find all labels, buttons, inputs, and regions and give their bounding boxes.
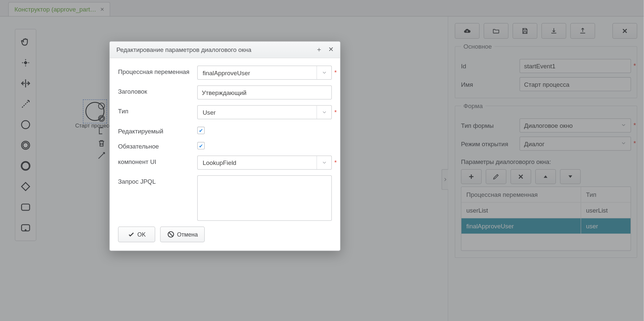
modal-header[interactable]: Редактирование параметров диалогового ок…	[110, 42, 340, 58]
required-marker: *	[334, 108, 337, 115]
ui-component-select[interactable]: LookupField	[197, 156, 332, 170]
editable-label: Редактируемый	[118, 125, 192, 135]
header-label: Заголовок	[118, 85, 192, 95]
ui-component-label: компонент UI	[118, 156, 192, 165]
ui-component-value: LookupField	[202, 159, 236, 166]
header-input[interactable]	[197, 85, 332, 100]
ok-label: OK	[137, 231, 146, 238]
required-marker: *	[334, 69, 337, 76]
maximize-icon[interactable]: ＋	[316, 45, 322, 54]
required-label: Обязательное	[118, 140, 192, 150]
modal-title: Редактирование параметров диалогового ок…	[116, 46, 251, 53]
process-var-value: finalApproveUser	[202, 69, 250, 76]
chevron-down-icon	[316, 66, 331, 79]
type-value: User	[202, 109, 216, 116]
close-icon[interactable]: ✕	[328, 45, 334, 54]
type-label: Тип	[118, 105, 192, 115]
edit-param-modal: Редактирование параметров диалогового ок…	[109, 41, 340, 251]
jpql-textarea[interactable]	[197, 175, 332, 221]
jpql-label: Запрос JPQL	[118, 175, 192, 185]
chevron-down-icon	[316, 106, 331, 119]
required-marker: *	[334, 159, 337, 166]
app-root: Конструктор (approve_part… ×	[0, 0, 644, 321]
cancel-button[interactable]: Отмена	[160, 227, 205, 242]
chevron-down-icon	[316, 156, 331, 169]
process-var-label: Процессная переменная	[118, 66, 192, 75]
process-var-select[interactable]: finalApproveUser	[197, 66, 332, 80]
type-select[interactable]: User	[197, 105, 332, 119]
ok-button[interactable]: OK	[118, 227, 155, 242]
editable-checkbox[interactable]: ✔	[197, 127, 205, 134]
required-checkbox[interactable]: ✔	[197, 142, 205, 149]
cancel-label: Отмена	[177, 231, 198, 238]
